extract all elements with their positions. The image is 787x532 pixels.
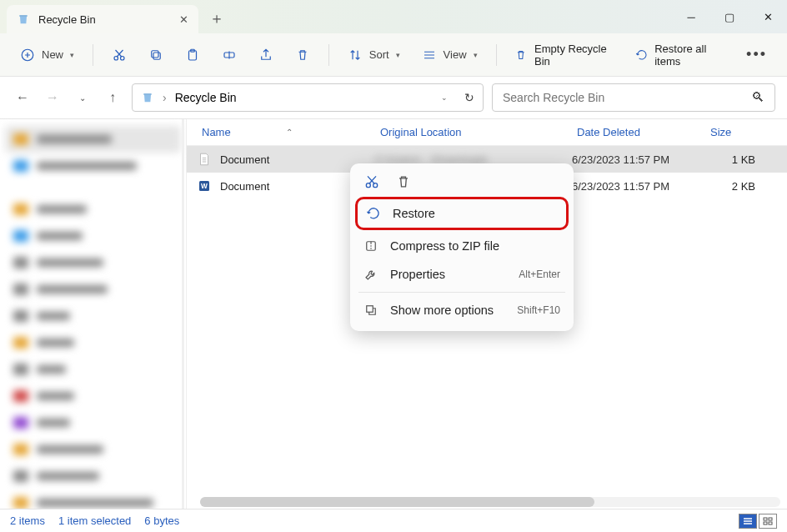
chevron-down-icon[interactable]: ⌄ [441, 93, 448, 102]
copy-button[interactable] [140, 43, 172, 68]
svg-rect-4 [152, 50, 158, 57]
up-button[interactable]: ↑ [102, 87, 123, 108]
ctx-restore[interactable]: Restore [358, 199, 566, 228]
recycle-bin-icon [141, 91, 154, 104]
address-path: Recycle Bin [175, 91, 237, 104]
search-box[interactable]: 🔍︎ [492, 83, 775, 112]
column-headers: Name⌃ Original Location Date Deleted Siz… [187, 119, 787, 146]
sidebar-item[interactable] [5, 329, 181, 356]
ctx-properties-shortcut: Alt+Enter [519, 269, 560, 280]
rename-icon [222, 48, 237, 63]
paste-button[interactable] [177, 43, 208, 68]
titlebar: Recycle Bin ✕ ＋ ─ ▢ ✕ [0, 0, 787, 33]
recent-button[interactable]: ⌄ [72, 87, 93, 108]
maximize-button[interactable]: ▢ [710, 0, 749, 33]
text-file-icon [197, 152, 212, 167]
sidebar-item[interactable] [5, 409, 181, 436]
details-view-button[interactable] [739, 514, 757, 529]
sidebar-item[interactable] [5, 249, 181, 276]
back-button[interactable]: ← [12, 87, 33, 108]
col-size-header[interactable]: Size [710, 126, 772, 138]
tab-recycle-bin[interactable]: Recycle Bin ✕ [7, 5, 198, 33]
empty-label: Empty Recycle Bin [534, 43, 614, 68]
more-button[interactable]: ••• [738, 41, 775, 68]
sort-icon [348, 48, 363, 63]
recycle-bin-icon [17, 13, 30, 26]
status-bar: 2 items 1 item selected 6 bytes [0, 509, 787, 532]
sidebar-item[interactable] [5, 196, 181, 223]
svg-rect-14 [764, 518, 767, 520]
rename-button[interactable] [213, 43, 245, 68]
ellipsis-icon: ••• [746, 46, 767, 63]
sidebar-item[interactable] [5, 463, 181, 489]
ctx-compress[interactable]: Compress to ZIP file [355, 232, 569, 260]
ctx-more-options[interactable]: Show more options Shift+F10 [355, 296, 569, 324]
context-menu: Restore Compress to ZIP file Properties … [350, 163, 574, 331]
file-deleted: 6/23/2023 11:57 PM [572, 180, 705, 193]
col-name-header[interactable]: Name⌃ [202, 126, 380, 138]
cut-icon[interactable] [363, 173, 380, 190]
tab-close-icon[interactable]: ✕ [179, 13, 188, 26]
close-window-button[interactable]: ✕ [749, 0, 787, 33]
file-deleted: 6/23/2023 11:57 PM [572, 153, 705, 166]
svg-rect-16 [764, 522, 767, 524]
chevron-down-icon: ▾ [474, 51, 478, 59]
col-deleted-header[interactable]: Date Deleted [577, 126, 710, 138]
delete-button[interactable] [287, 43, 318, 68]
minimize-button[interactable]: ─ [672, 0, 710, 33]
thumbnails-view-button[interactable] [759, 514, 777, 529]
cut-button[interactable] [103, 43, 135, 68]
ctx-compress-label: Compress to ZIP file [390, 239, 499, 253]
copy-icon [148, 48, 163, 63]
trash-icon[interactable] [395, 173, 412, 190]
restore-highlight: Restore [355, 197, 569, 230]
new-tab-button[interactable]: ＋ [203, 5, 230, 32]
sidebar-item[interactable] [5, 436, 181, 463]
sidebar-item[interactable] [5, 356, 181, 383]
sidebar-item[interactable] [5, 383, 181, 409]
view-label: View [444, 48, 467, 61]
sort-button[interactable]: Sort ▾ [339, 43, 409, 68]
new-button[interactable]: New ▾ [12, 43, 83, 68]
sidebar-item[interactable] [5, 153, 181, 179]
ctx-restore-label: Restore [393, 207, 435, 220]
sidebar-item[interactable] [5, 126, 181, 153]
svg-rect-13 [367, 306, 373, 313]
forward-button[interactable]: → [42, 87, 63, 108]
file-name: Document [220, 180, 269, 193]
window-controls: ─ ▢ ✕ [672, 0, 787, 33]
share-button[interactable] [250, 43, 282, 68]
ctx-properties[interactable]: Properties Alt+Enter [355, 260, 569, 289]
refresh-button[interactable]: ↻ [464, 91, 474, 104]
address-bar[interactable]: › Recycle Bin ⌄ ↻ [132, 83, 484, 112]
col-original-header[interactable]: Original Location [380, 126, 577, 138]
sidebar [0, 119, 187, 532]
trash-icon [514, 48, 528, 63]
status-count: 2 items [10, 514, 45, 527]
wrench-icon [363, 267, 378, 282]
svg-rect-15 [769, 518, 772, 520]
restore-all-button[interactable]: Restore all items [627, 38, 733, 73]
restore-all-label: Restore all items [654, 43, 724, 68]
empty-bin-button[interactable]: Empty Recycle Bin [506, 38, 621, 73]
sort-label: Sort [369, 48, 389, 61]
path-separator: › [163, 91, 167, 104]
sort-asc-icon: ⌃ [286, 128, 293, 137]
search-icon[interactable]: 🔍︎ [751, 90, 764, 105]
expand-icon [363, 303, 378, 318]
file-name: Document [220, 153, 269, 166]
view-icon [422, 48, 437, 63]
ctx-separator [358, 292, 565, 293]
navbar: ← → ⌄ ↑ › Recycle Bin ⌄ ↻ 🔍︎ [0, 77, 787, 118]
sidebar-item[interactable] [5, 276, 181, 303]
plus-circle-icon [20, 48, 35, 63]
chevron-down-icon: ▾ [70, 51, 74, 59]
ctx-more-shortcut: Shift+F10 [517, 304, 560, 316]
chevron-down-icon: ▾ [396, 51, 400, 59]
sidebar-item[interactable] [5, 303, 181, 329]
svg-rect-17 [769, 522, 772, 524]
view-button[interactable]: View ▾ [414, 43, 486, 68]
search-input[interactable] [503, 91, 751, 104]
sidebar-item[interactable] [5, 223, 181, 249]
horizontal-scrollbar[interactable] [200, 497, 780, 507]
